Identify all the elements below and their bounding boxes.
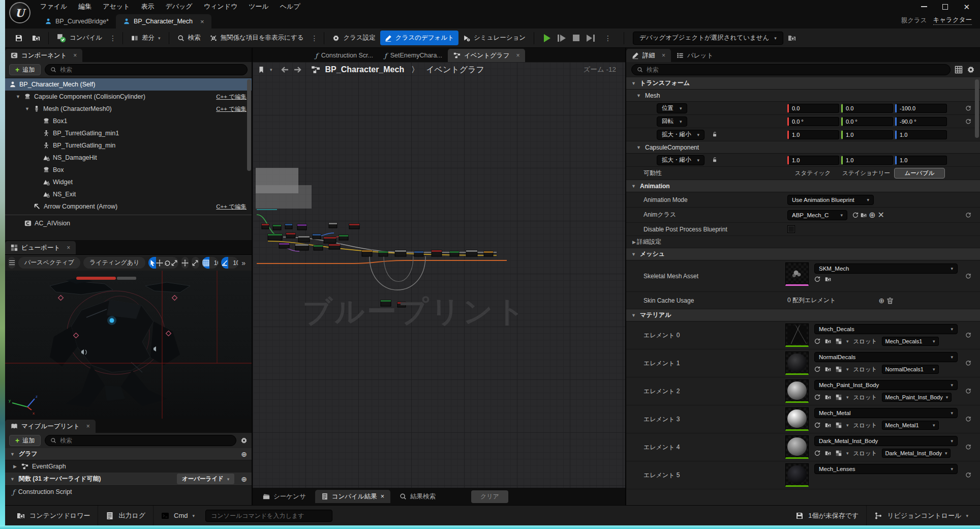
tree-row-turretgatling-min1[interactable]: BP_TurretGatling_min1 [5, 127, 252, 139]
reset-to-default-icon[interactable] [963, 416, 974, 422]
add-function-icon[interactable]: ⊕ [241, 475, 247, 483]
tab-close-icon[interactable]: × [73, 52, 77, 59]
clear-button[interactable]: クリア [471, 490, 508, 503]
subsection-capsule-component[interactable]: ▼ CapsuleComponent [626, 141, 980, 154]
display-options-icon[interactable] [955, 66, 963, 74]
stop-icon[interactable] [573, 35, 579, 41]
debug-object-dropdown[interactable]: デバッグオブジェクトが選択されていません ▾ [633, 32, 783, 45]
tab-components[interactable]: コンポーネント × [5, 49, 82, 62]
my-blueprint-search-input[interactable] [60, 437, 231, 444]
tab-close-icon[interactable]: × [200, 18, 204, 25]
rotation-snap-icon[interactable] [221, 257, 228, 269]
tab-close-icon[interactable]: × [67, 244, 70, 251]
menu-asset[interactable]: アセット [97, 0, 135, 14]
clear-array-icon[interactable] [886, 297, 894, 304]
tab-close-icon[interactable]: × [516, 52, 519, 59]
tree-row-box[interactable]: Box [5, 164, 252, 176]
my-blueprint-settings-icon[interactable] [240, 437, 248, 444]
material-options-icon[interactable] [836, 394, 842, 400]
construction-script-row[interactable]: ƒ Construction Script [5, 486, 252, 498]
tab-find-results[interactable]: 結果検索 [393, 490, 442, 503]
graphs-section-header[interactable]: ▼ グラフ ⊕ [5, 448, 252, 460]
asset-tab-bp-curvedbridge[interactable]: BP_CurvedBridge* [38, 14, 116, 28]
rotation-y-field[interactable]: 0.0 ° [841, 117, 893, 126]
expander-icon[interactable]: ▼ [631, 81, 636, 86]
reset-to-default-icon[interactable] [963, 273, 974, 279]
event-graph-canvas[interactable]: ブループリント [253, 62, 625, 488]
unsaved-assets-button[interactable]: 1個が未保存です [788, 506, 866, 525]
chevron-down-icon[interactable]: ▾ [270, 67, 272, 72]
browse-asset-button[interactable] [27, 31, 45, 45]
menu-help[interactable]: ヘルプ [274, 0, 306, 14]
minimize-button[interactable] [921, 6, 927, 7]
viewport-menu-icon[interactable] [8, 257, 15, 269]
add-component-button[interactable]: + 追加 [9, 64, 41, 75]
expander-icon[interactable]: ▶ [631, 240, 637, 245]
capsule-scale-z-field[interactable]: 1.0 [895, 156, 947, 165]
reset-to-default-icon[interactable] [963, 212, 974, 218]
surface-snap-icon[interactable] [192, 257, 199, 269]
tab-viewport[interactable]: ビューポート × [5, 241, 76, 254]
revision-control-button[interactable]: リビジョンコントロール ▾ [867, 506, 976, 525]
scale-y-field[interactable]: 1.0 [841, 130, 893, 139]
rotation-dropdown[interactable]: 回転 ▾ [657, 116, 687, 127]
material-dropdown[interactable]: Mech_Decals ▾ [814, 324, 958, 334]
capsule-scale-y-field[interactable]: 1.0 [841, 156, 893, 165]
tree-row-ns-damagehit[interactable]: NS_DamageHit [5, 152, 252, 164]
material-thumbnail[interactable] [785, 435, 809, 459]
play-options-kebab-icon[interactable]: ⋮ [602, 34, 614, 42]
asset-tab-bp-character-mech[interactable]: BP_Character_Mech × [116, 14, 211, 28]
select-tool-icon[interactable] [148, 257, 156, 269]
material-thumbnail[interactable] [785, 324, 809, 347]
tab-setenemy-graph[interactable]: ƒ SetEnemyChara... [379, 49, 448, 62]
section-mesh[interactable]: ▼ メッシュ [626, 248, 980, 260]
my-blueprint-add-button[interactable]: + 追加 [9, 435, 41, 446]
location-z-field[interactable]: -100.0 [895, 104, 947, 113]
material-options-icon[interactable] [836, 338, 842, 344]
capsule-scale-dropdown[interactable]: 拡大・縮小 ▾ [657, 155, 705, 165]
location-x-field[interactable]: 0.0 [787, 104, 839, 113]
details-scrollbar[interactable] [975, 79, 979, 138]
section-animation[interactable]: ▼ Animation [626, 180, 980, 192]
console-command-input[interactable] [211, 512, 327, 519]
breadcrumb-root[interactable]: BP_Character_Mech [325, 65, 405, 74]
reset-to-default-icon[interactable] [963, 332, 974, 338]
material-thumbnail[interactable] [785, 407, 809, 431]
scale-lock-icon[interactable] [712, 156, 718, 165]
slot-name-field[interactable]: NormalDecals1 ▾ [882, 365, 939, 374]
perspective-dropdown[interactable]: パースペクティブ [18, 257, 80, 269]
components-scrollbar[interactable] [247, 79, 251, 171]
expander-icon[interactable]: ▼ [631, 184, 636, 189]
reset-to-default-icon[interactable] [963, 388, 974, 394]
expander-icon[interactable]: ▼ [631, 313, 636, 318]
play-icon[interactable] [544, 34, 550, 42]
hide-unrelated-button[interactable]: 無関係な項目を非表示にする [205, 31, 309, 45]
event-graph-row[interactable]: ▶ EventGraph [5, 460, 252, 473]
animation-mode-dropdown[interactable]: Use Animation Blueprint ▾ [787, 195, 874, 205]
rotation-z-field[interactable]: -90.0 ° [895, 117, 947, 126]
slot-name-field[interactable]: Mech_Paint_Inst_Body ▾ [882, 393, 952, 402]
menu-window[interactable]: ウィンドウ [198, 0, 243, 14]
grid-snap-value[interactable]: 10 [209, 257, 218, 269]
components-search-input[interactable] [60, 66, 242, 73]
tree-row-capsule-component[interactable]: ▼ Capsule Component (CollisionCylinder) … [5, 91, 252, 103]
menu-file[interactable]: ファイル [35, 0, 73, 14]
use-selected-asset-icon[interactable] [814, 394, 820, 400]
use-selected-asset-icon[interactable] [814, 422, 820, 428]
tab-event-graph[interactable]: イベントグラフ × [448, 49, 526, 62]
cpp-edit-link[interactable]: C++ で編集 [216, 93, 247, 101]
row-advanced-settings[interactable]: ▶ 詳細設定 [626, 236, 980, 248]
cpp-edit-link[interactable]: C++ で編集 [216, 105, 247, 113]
menu-edit[interactable]: 編集 [73, 0, 97, 14]
browse-to-asset-icon[interactable] [825, 366, 831, 372]
slot-name-field[interactable]: Mech_Metal1 ▾ [882, 421, 939, 430]
expander-icon[interactable]: ▼ [636, 93, 641, 98]
move-tool-icon[interactable] [156, 257, 164, 269]
browse-to-asset-icon[interactable] [825, 394, 831, 400]
tree-row-box1[interactable]: Box1 [5, 115, 252, 127]
browse-to-asset-icon[interactable] [825, 450, 831, 456]
material-thumbnail[interactable] [785, 463, 809, 487]
expander-icon[interactable]: ▼ [636, 145, 641, 150]
rotate-tool-icon[interactable] [163, 257, 171, 269]
add-icon[interactable]: ⊕ [869, 210, 875, 220]
